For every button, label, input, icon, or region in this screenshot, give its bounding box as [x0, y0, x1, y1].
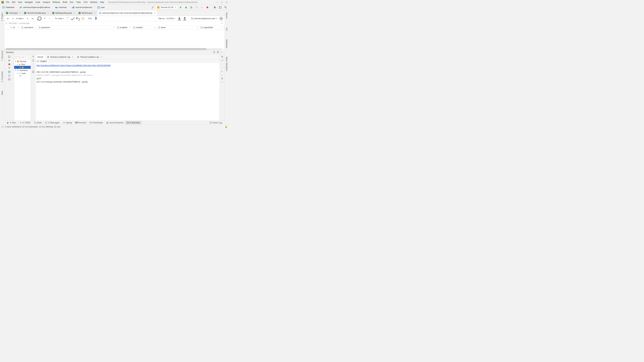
col-enabled[interactable]: enabled⇅ — [116, 25, 132, 29]
col-created[interactable]: created⇅ — [132, 25, 157, 29]
run-config-selector[interactable]: Tomcat 9.0.30 ▾ — [156, 5, 178, 9]
filter-input[interactable] — [9, 22, 220, 24]
revert-button[interactable] — [76, 16, 80, 21]
tab-tomcat-localhost-log[interactable]: Tomcat Localhost Log✕ — [46, 54, 75, 59]
menu-code[interactable]: Code — [34, 1, 41, 3]
tree-console[interactable]: ▾user — [14, 72, 31, 75]
tool-jee[interactable]: ▤Java Enterprise — [105, 121, 125, 124]
pin-console-button[interactable] — [221, 55, 224, 58]
restart-button[interactable] — [32, 59, 34, 62]
target-table-dropdown[interactable]: usersecuritylesson.user ▾ — [190, 17, 218, 20]
close-icon[interactable]: ✕ — [72, 56, 74, 58]
rerun-button[interactable] — [8, 55, 11, 58]
close-icon[interactable]: ✕ — [154, 12, 155, 14]
run-anything-button[interactable] — [218, 5, 223, 10]
tab-tomcat-catalina-log[interactable]: Tomcat Catalina Log✕ — [76, 54, 104, 59]
tab-myrepository[interactable]: CMyRepository.java✕ — [51, 10, 77, 15]
close-icon[interactable]: ✕ — [94, 12, 96, 14]
refresh-conn-button[interactable] — [8, 74, 11, 77]
minimize-button[interactable]: — — [215, 1, 220, 4]
panel-toggle-button[interactable]: ▢ — [2, 125, 4, 128]
close-icon[interactable]: ✕ — [47, 12, 49, 14]
clear-filter-button[interactable]: ✕ — [220, 22, 224, 24]
layout-button[interactable] — [8, 78, 11, 81]
sort-button[interactable]: ↓½ — [221, 59, 224, 62]
scroll-end-button[interactable]: ⤓ — [221, 74, 223, 76]
tree-tomcat[interactable]: ▾Tomcat — [14, 60, 31, 63]
col-id[interactable]: id⇅ — [9, 25, 20, 29]
menu-vcs[interactable]: VCS — [82, 1, 88, 3]
col-username[interactable]: username⇅ — [20, 25, 38, 29]
crumb-connection[interactable]: usersecuritylesson@localhost — [18, 5, 51, 9]
menu-build[interactable]: Build — [62, 1, 68, 3]
collapse-button[interactable]: ⤡ — [18, 56, 22, 58]
menu-refactor[interactable]: Refactor — [52, 1, 61, 3]
col-password[interactable]: password⇅ — [38, 25, 116, 29]
debug-button[interactable] — [184, 5, 188, 10]
tab-db-table[interactable]: usersecuritylesson.user [usersecurityles… — [97, 10, 157, 15]
tool-run[interactable]: ▶4: Run — [5, 121, 18, 124]
next-row-button[interactable]: ▸ — [25, 16, 30, 21]
upload-button[interactable] — [182, 16, 187, 21]
tab-homecontroller[interactable]: CHomeController.java✕ — [22, 10, 51, 15]
tool-web[interactable]: Web — [1, 89, 4, 96]
horizontal-scrollbar[interactable] — [4, 48, 222, 50]
close-button[interactable]: ✕ — [224, 1, 229, 4]
tree-result[interactable] — [14, 75, 31, 77]
services-target-icon[interactable] — [213, 51, 216, 54]
tool-messages[interactable]: ⓘ0: Messages — [44, 121, 61, 124]
wrap-button[interactable]: ↩ — [221, 70, 223, 72]
menu-view[interactable]: View — [17, 1, 23, 3]
services-gear-icon[interactable] — [217, 51, 219, 54]
profile-button[interactable] — [194, 5, 199, 10]
export-log-button[interactable] — [32, 70, 34, 73]
col-token[interactable]: token⇅ — [157, 25, 199, 29]
tab-mytest[interactable]: CMyTest.java✕ — [77, 10, 97, 15]
more-button[interactable]: » — [22, 56, 24, 58]
crumb-table[interactable]: user — [96, 5, 106, 9]
tab-user-java[interactable]: CUser.java✕ — [4, 10, 22, 15]
submit-button[interactable] — [70, 16, 75, 21]
tx-mode-dropdown[interactable]: Tx: Auto ▾ — [54, 17, 65, 20]
tool-terminal[interactable]: ⌨Terminal — [74, 121, 88, 124]
remove-row-button[interactable]: − — [47, 16, 52, 21]
cancel-query-button[interactable] — [80, 16, 85, 21]
tree-running[interactable]: ▾Run — [14, 63, 31, 66]
last-row-button[interactable]: ▸| — [30, 16, 35, 21]
deploy-button[interactable] — [8, 67, 11, 69]
tool-maven[interactable]: Maven — [225, 11, 228, 20]
lock-icon[interactable]: 🔒 — [225, 125, 227, 128]
tool-checkstyle[interactable]: CSCheckStyle — [88, 121, 104, 124]
tree-selected-config[interactable]: ▸ — [14, 66, 31, 69]
tool-database[interactable]: Database — [225, 38, 228, 49]
menu-run[interactable]: Run — [69, 1, 74, 3]
build-button[interactable] — [150, 5, 155, 10]
tool-services[interactable]: 8: Services — [125, 121, 141, 124]
crumb-schemas[interactable]: schemas — [54, 5, 68, 9]
col-expirydate[interactable]: expiryDate⇅ — [199, 25, 224, 29]
tool-structure[interactable]: 7: Structure — [1, 49, 4, 62]
stop-button[interactable] — [205, 5, 210, 10]
tool-ant[interactable]: Ant — [225, 26, 228, 32]
console-output[interactable]: http://localhost:8080/regConfirm?token=6… — [36, 63, 220, 121]
menu-tools[interactable]: Tools — [75, 1, 82, 3]
close-icon[interactable]: ✕ — [74, 12, 75, 14]
toggle-out-button[interactable]: ▾≡ — [37, 60, 39, 62]
attach-button[interactable] — [200, 5, 204, 10]
download-button[interactable] — [177, 16, 182, 21]
next-output-button[interactable] — [32, 67, 34, 69]
more-button[interactable]: » — [222, 81, 223, 83]
expand-button[interactable]: ⤢ — [14, 56, 18, 58]
reload-button[interactable] — [37, 16, 42, 21]
tool-favorites[interactable]: 2: Favorites — [1, 70, 4, 83]
tool-todo[interactable]: ≡6: TODO — [18, 121, 32, 124]
first-row-button[interactable]: |◂ — [5, 16, 10, 21]
down-button[interactable]: ↓ — [222, 66, 223, 69]
run-again-button[interactable] — [8, 59, 11, 62]
up-button[interactable]: ↑ — [222, 63, 223, 65]
search-everywhere-button[interactable] — [223, 5, 228, 10]
tab-server[interactable]: Server — [36, 54, 46, 59]
update-button[interactable] — [212, 5, 217, 10]
stop-service-button[interactable] — [8, 63, 11, 66]
tool-build[interactable]: 🔨Build — [32, 121, 43, 124]
